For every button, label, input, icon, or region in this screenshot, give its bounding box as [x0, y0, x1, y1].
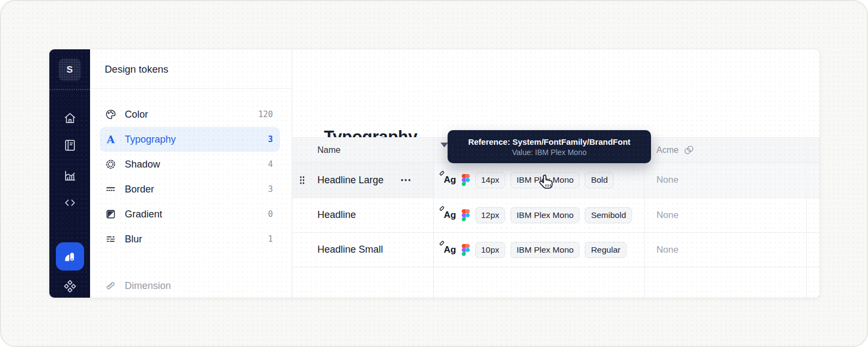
- figma-icon[interactable]: [462, 244, 470, 256]
- token-type-count: 4: [268, 159, 273, 169]
- column-header-name: Name: [317, 145, 341, 155]
- token-type-label: Color: [125, 109, 148, 120]
- token-type-border[interactable]: Border 3: [100, 177, 280, 202]
- token-type-label: Typography: [125, 134, 176, 145]
- column-header-acme-label: Acme: [656, 145, 679, 155]
- font-family-chip[interactable]: IBM Plex Mono: [510, 242, 579, 258]
- token-type-label: Dimension: [125, 280, 171, 292]
- row-menu-button[interactable]: •••: [401, 176, 412, 184]
- main-content: Typography Name Acme Headline Large: [292, 49, 820, 298]
- tokens-icon[interactable]: [56, 242, 84, 271]
- weight-chip[interactable]: Bold: [585, 172, 614, 188]
- figma-icon[interactable]: [462, 174, 470, 186]
- acme-value[interactable]: None: [656, 175, 679, 185]
- token-name: Headline Small: [317, 244, 383, 255]
- table-row[interactable]: Headline Small Ag 10px IBM Plex Mono: [292, 233, 820, 267]
- token-type-color[interactable]: Color 120: [100, 102, 280, 127]
- token-type-label: Gradient: [125, 209, 162, 220]
- token-type-label: Border: [125, 184, 154, 195]
- token-type-label: Shadow: [125, 159, 160, 170]
- sort-wedge-icon: [441, 143, 448, 147]
- token-value-cell[interactable]: Ag 12px IBM Plex Mono Semibold: [443, 207, 632, 223]
- size-chip[interactable]: 14px: [475, 172, 506, 188]
- icon-rail: S: [49, 49, 90, 298]
- column-header-acme: Acme: [656, 144, 695, 156]
- panel-divider: [90, 88, 292, 89]
- pages-icon[interactable]: [63, 138, 77, 152]
- gradient-square-icon: [105, 208, 117, 220]
- tooltip-reference-line: Reference: System/FontFamily/BrandFont: [468, 137, 630, 146]
- acme-value[interactable]: None: [656, 210, 679, 221]
- palette-icon: [105, 108, 117, 120]
- font-preview: Ag: [443, 245, 456, 255]
- font-preview: Ag: [443, 210, 456, 221]
- reference-tooltip: Reference: System/FontFamily/BrandFont V…: [448, 130, 651, 163]
- drag-handle-icon[interactable]: [299, 176, 305, 184]
- link-icon: [439, 205, 445, 211]
- acme-value[interactable]: None: [656, 245, 679, 255]
- table-row[interactable]: Headline Ag 12px IBM Plex Mono: [292, 198, 820, 233]
- font-preview: Ag: [443, 175, 456, 185]
- token-types-panel: Design tokens Color 120 A Typography 3 S…: [90, 49, 292, 298]
- components-icon[interactable]: [63, 279, 77, 293]
- token-type-count: 3: [268, 134, 273, 144]
- size-chip[interactable]: 10px: [475, 242, 506, 258]
- dashed-circle-icon: [105, 158, 117, 170]
- token-type-blur[interactable]: Blur 1: [100, 227, 280, 252]
- app-background: S: [0, 0, 868, 347]
- token-type-gradient[interactable]: Gradient 0: [100, 202, 280, 227]
- ruler-icon: [105, 280, 117, 292]
- token-value-cell[interactable]: Ag 14px IBM Plex Mono Bold: [443, 172, 614, 188]
- code-icon[interactable]: [63, 196, 77, 210]
- tooltip-value-line: Value: IBM Plex Mono: [512, 148, 586, 157]
- token-type-shadow[interactable]: Shadow 4: [100, 152, 280, 177]
- font-family-chip[interactable]: IBM Plex Mono: [510, 172, 579, 188]
- token-type-count: 1: [268, 234, 273, 244]
- font-family-chip[interactable]: IBM Plex Mono: [510, 207, 579, 223]
- linked-circles-icon[interactable]: [683, 144, 695, 156]
- token-value-cell[interactable]: Ag 10px IBM Plex Mono Regular: [443, 242, 627, 258]
- workspace-logo-letter: S: [67, 65, 73, 75]
- letter-a-icon: A: [105, 133, 117, 145]
- panel-title: Design tokens: [105, 63, 168, 75]
- token-type-count: 3: [268, 184, 273, 194]
- figma-icon[interactable]: [462, 209, 470, 221]
- link-icon: [439, 170, 445, 176]
- weight-chip[interactable]: Regular: [585, 242, 626, 258]
- border-style-icon: [105, 183, 117, 195]
- rail-divider: [49, 89, 90, 90]
- blur-lines-icon: [105, 233, 117, 245]
- token-type-dimension[interactable]: Dimension: [100, 273, 280, 298]
- token-type-label: Blur: [125, 234, 142, 245]
- link-icon: [439, 240, 445, 246]
- home-icon[interactable]: [63, 111, 77, 125]
- token-type-count: 0: [268, 209, 273, 219]
- weight-chip[interactable]: Semibold: [585, 207, 632, 223]
- analytics-icon[interactable]: [63, 169, 77, 183]
- token-type-typography[interactable]: A Typography 3: [100, 127, 280, 152]
- design-tokens-window: S: [49, 49, 820, 298]
- token-type-count: 120: [258, 110, 273, 119]
- size-chip[interactable]: 12px: [475, 207, 506, 223]
- workspace-logo[interactable]: S: [59, 59, 81, 81]
- table-row[interactable]: Headline Large ••• Ag 14px IB: [292, 163, 820, 198]
- token-name: Headline: [317, 209, 356, 221]
- token-name: Headline Large: [317, 175, 384, 186]
